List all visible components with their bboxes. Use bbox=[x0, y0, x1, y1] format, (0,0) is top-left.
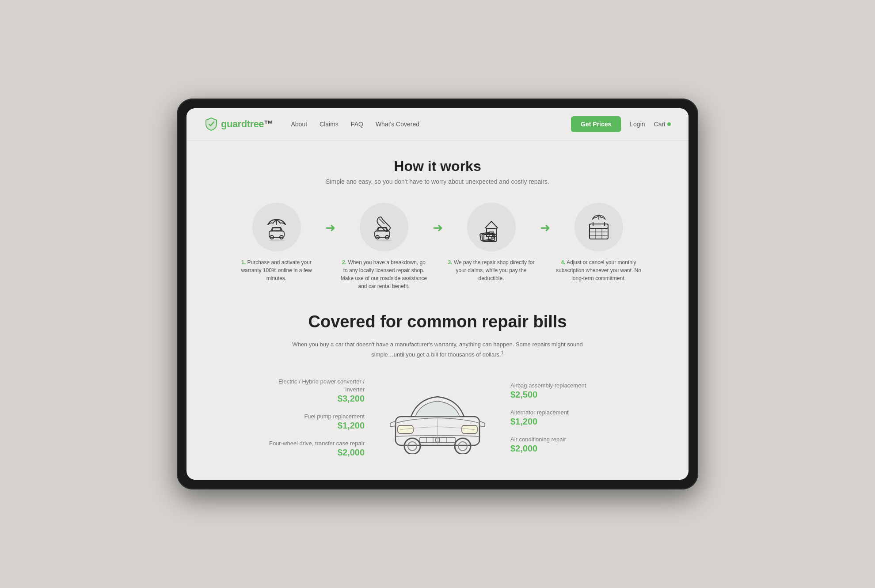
repair-item-1: Fuel pump replacement $1,200 bbox=[267, 413, 365, 431]
covered-title: Covered for common repair bills bbox=[213, 312, 662, 331]
tablet-frame: guardtree™ About Claims FAQ What's Cover… bbox=[177, 99, 698, 490]
repair-price-right-2: $2,000 bbox=[510, 444, 608, 454]
repair-item-right-1: Alternator replacement $1,200 bbox=[510, 409, 608, 427]
repair-label-0: Electric / Hybrid power converter / Inve… bbox=[267, 378, 365, 394]
logo[interactable]: guardtree™ bbox=[204, 117, 273, 131]
repair-label-right-0: Airbag assembly replacement bbox=[510, 382, 608, 390]
steps-row: 1. Purchase and activate your warranty 1… bbox=[213, 203, 662, 290]
car-illustration bbox=[382, 379, 493, 456]
svg-rect-17 bbox=[590, 224, 608, 239]
how-it-works-subtitle: Simple and easy, so you don't have to wo… bbox=[213, 178, 662, 185]
svg-point-35 bbox=[455, 438, 471, 454]
repair-label-2: Four-wheel drive, transfer case repair bbox=[267, 440, 365, 448]
repair-label-1: Fuel pump replacement bbox=[267, 413, 365, 421]
step-4-icon-wrap bbox=[574, 203, 623, 251]
step-1-icon-wrap bbox=[252, 203, 301, 251]
repair-price-right-1: $1,200 bbox=[510, 417, 608, 427]
covered-section: Covered for common repair bills When you… bbox=[213, 312, 662, 458]
how-it-works-title: How it works bbox=[213, 158, 662, 175]
nav-faq[interactable]: FAQ bbox=[351, 121, 363, 128]
svg-point-34 bbox=[408, 442, 417, 451]
nav-right: Get Prices Login Cart bbox=[571, 116, 671, 132]
repair-price-0: $3,200 bbox=[267, 394, 365, 404]
left-repair-list: Electric / Hybrid power converter / Inve… bbox=[267, 378, 365, 458]
step-3: $ 3. We pay the repair shop directly for… bbox=[447, 203, 536, 282]
repair-price-right-0: $2,500 bbox=[510, 390, 608, 400]
get-prices-button[interactable]: Get Prices bbox=[571, 116, 621, 132]
cart-dot bbox=[667, 122, 671, 126]
covered-footnote: 1 bbox=[501, 350, 504, 355]
car-front-icon bbox=[387, 379, 488, 454]
repair-item-right-2: Air conditioning repair $2,000 bbox=[510, 436, 608, 454]
car-umbrella-icon bbox=[261, 212, 292, 243]
payment-icon: $ bbox=[476, 212, 507, 243]
right-repair-list: Airbag assembly replacement $2,500 Alter… bbox=[510, 382, 608, 454]
logo-text: guardtree™ bbox=[221, 118, 273, 130]
arrow-1: ➜ bbox=[321, 220, 340, 235]
navbar: guardtree™ About Claims FAQ What's Cover… bbox=[186, 108, 689, 140]
repair-item-2: Four-wheel drive, transfer case repair $… bbox=[267, 440, 365, 458]
svg-rect-2 bbox=[269, 231, 284, 237]
cart-link[interactable]: Cart bbox=[654, 121, 671, 128]
step-4: 4. Adjust or cancel your monthly subscri… bbox=[555, 203, 643, 282]
arrow-3: ➜ bbox=[536, 220, 555, 235]
nav-about[interactable]: About bbox=[291, 121, 307, 128]
step-3-icon-wrap: $ bbox=[467, 203, 516, 251]
repair-price-2: $2,000 bbox=[267, 448, 365, 458]
repair-price-1: $1,200 bbox=[267, 421, 365, 431]
car-wrench-icon bbox=[369, 212, 399, 243]
repair-label-right-2: Air conditioning repair bbox=[510, 436, 608, 444]
repair-label-right-1: Alternator replacement bbox=[510, 409, 608, 417]
step-4-text: 4. Adjust or cancel your monthly subscri… bbox=[555, 258, 643, 282]
repair-item-right-0: Airbag assembly replacement $2,500 bbox=[510, 382, 608, 400]
svg-rect-18 bbox=[590, 224, 608, 228]
svg-rect-31 bbox=[398, 425, 413, 433]
arrow-2: ➜ bbox=[428, 220, 447, 235]
step-2-icon-wrap bbox=[360, 203, 408, 251]
nav-links: About Claims FAQ What's Covered bbox=[291, 120, 571, 128]
login-link[interactable]: Login bbox=[630, 121, 645, 128]
svg-rect-6 bbox=[375, 231, 390, 237]
tablet-screen: guardtree™ About Claims FAQ What's Cover… bbox=[186, 108, 689, 480]
repair-item-0: Electric / Hybrid power converter / Inve… bbox=[267, 378, 365, 404]
covered-grid: Electric / Hybrid power converter / Inve… bbox=[213, 378, 662, 458]
nav-claims[interactable]: Claims bbox=[320, 121, 339, 128]
step-2: 2. When you have a breakdown, go to any … bbox=[340, 203, 428, 290]
svg-point-5 bbox=[376, 239, 392, 241]
nav-whats-covered[interactable]: What's Covered bbox=[376, 121, 419, 128]
step-1-text: 1. Purchase and activate your warranty 1… bbox=[232, 258, 321, 282]
covered-desc: When you buy a car that doesn't have a m… bbox=[287, 340, 588, 360]
svg-point-0 bbox=[269, 239, 285, 241]
step-2-text: 2. When you have a breakdown, go to any … bbox=[340, 258, 428, 290]
step-3-text: 3. We pay the repair shop directly for y… bbox=[447, 258, 536, 282]
svg-rect-32 bbox=[462, 425, 477, 433]
main-content: How it works Simple and easy, so you don… bbox=[186, 140, 689, 480]
step-1: 1. Purchase and activate your warranty 1… bbox=[232, 203, 321, 282]
calendar-umbrella-icon bbox=[583, 212, 614, 243]
logo-icon bbox=[204, 117, 218, 131]
svg-point-36 bbox=[458, 442, 467, 451]
svg-point-33 bbox=[404, 438, 420, 454]
